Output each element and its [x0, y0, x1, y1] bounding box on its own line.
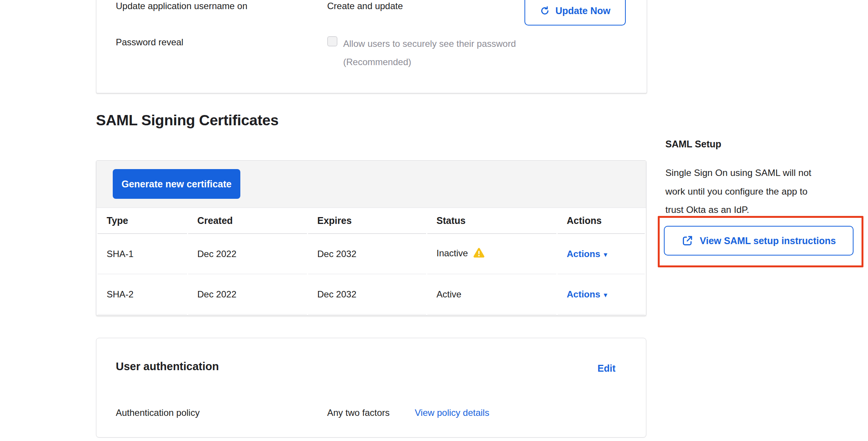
cert-status: Inactive [427, 234, 556, 274]
certificates-table: Type Created Expires Status Actions SHA-… [96, 208, 646, 315]
okta-app-settings-page: Update application username on Create an… [0, 0, 868, 441]
edit-link[interactable]: Edit [598, 363, 615, 374]
actions-dropdown[interactable]: Actions▾ [567, 289, 607, 299]
external-link-icon [681, 235, 694, 247]
cert-status: Active [427, 274, 556, 315]
status-text: Active [436, 289, 461, 299]
certificates-toolbar: Generate new certificate [96, 161, 646, 208]
chevron-down-icon: ▾ [604, 291, 607, 299]
update-now-label: Update Now [555, 5, 610, 16]
table-row: SHA-2 Dec 2022 Dec 2032 Active Actions▾ [98, 274, 645, 315]
cert-type: SHA-2 [98, 274, 187, 315]
generate-new-certificate-button[interactable]: Generate new certificate [113, 169, 240, 199]
cert-expires: Dec 2032 [308, 234, 426, 274]
password-reveal-label: Password reveal [116, 37, 183, 48]
cert-actions-cell: Actions▾ [558, 234, 645, 274]
column-header-expires: Expires [308, 208, 426, 234]
authentication-policy-label: Authentication policy [116, 407, 200, 418]
authentication-policy-value: Any two factors [327, 407, 390, 418]
chevron-down-icon: ▾ [604, 251, 607, 259]
user-authentication-heading: User authentication [116, 360, 219, 373]
password-reveal-checkbox[interactable] [327, 36, 337, 46]
saml-signing-certificates-panel: Generate new certificate Type Created Ex… [96, 160, 646, 316]
user-authentication-card: User authentication Edit Authentication … [96, 338, 646, 438]
update-now-button[interactable]: Update Now [524, 0, 626, 26]
username-update-value: Create and update [327, 1, 403, 11]
cert-created: Dec 2022 [188, 234, 307, 274]
cert-type: SHA-1 [98, 234, 187, 274]
cert-expires: Dec 2032 [308, 274, 426, 315]
cert-actions-cell: Actions▾ [558, 274, 645, 315]
column-header-status: Status [427, 208, 556, 234]
status-text: Inactive [436, 248, 468, 258]
saml-setup-heading: SAML Setup [665, 139, 721, 150]
setup-button-label: View SAML setup instructions [700, 235, 836, 246]
view-saml-setup-instructions-button[interactable]: View SAML setup instructions [664, 226, 854, 256]
sign-on-settings-panel: Update application username on Create an… [96, 0, 647, 93]
username-update-label: Update application username on [116, 1, 248, 11]
cert-created: Dec 2022 [188, 274, 307, 315]
column-header-created: Created [188, 208, 307, 234]
warning-triangle-icon [473, 250, 485, 260]
saml-setup-description: Single Sign On using SAML will not work … [665, 164, 868, 219]
column-header-type: Type [98, 208, 187, 234]
table-header-row: Type Created Expires Status Actions [98, 208, 645, 234]
table-row: SHA-1 Dec 2022 Dec 2032 Inactive Actions… [98, 234, 645, 274]
column-header-actions: Actions [558, 208, 645, 234]
actions-label: Actions [567, 289, 600, 299]
refresh-icon [540, 6, 550, 16]
view-policy-details-link[interactable]: View policy details [415, 407, 489, 418]
actions-label: Actions [567, 249, 600, 259]
password-reveal-checkbox-label: Allow users to securely see their passwo… [343, 35, 516, 71]
actions-dropdown[interactable]: Actions▾ [567, 249, 607, 259]
page-title: SAML Signing Certificates [96, 112, 278, 129]
